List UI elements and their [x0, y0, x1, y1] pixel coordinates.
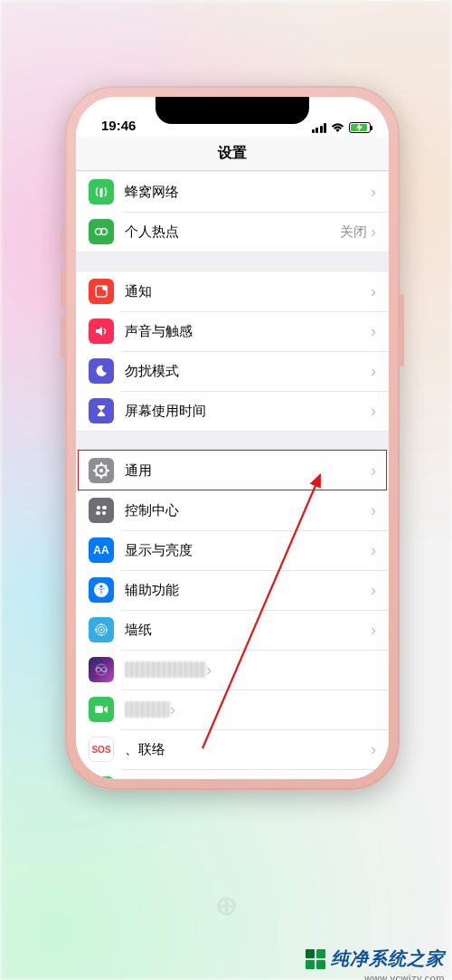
- settings-group-general: 通用 › 控制中心 › AA 显示与亮度 ›: [76, 450, 389, 779]
- gear-icon: [89, 458, 114, 483]
- battery-icon: [349, 122, 371, 133]
- row-label: 控制中心: [125, 502, 371, 519]
- svg-rect-16: [102, 506, 107, 509]
- svg-point-20: [99, 585, 102, 587]
- chevron-right-icon: ›: [371, 403, 376, 419]
- row-label: 声音与触感: [125, 323, 371, 340]
- chevron-right-icon: ›: [371, 622, 376, 638]
- settings-list[interactable]: 蜂窝网络 › 个人热点 关闭 › 通知: [76, 171, 389, 779]
- row-label-redacted: [125, 661, 206, 678]
- svg-point-6: [99, 469, 103, 472]
- row-control-center[interactable]: 控制中心 ›: [76, 490, 389, 530]
- chevron-right-icon: ›: [371, 323, 376, 339]
- row-siri[interactable]: ›: [76, 650, 389, 690]
- chevron-right-icon: ›: [371, 502, 376, 519]
- chevron-right-icon: ›: [371, 582, 376, 598]
- row-label: 蜂窝网络: [125, 184, 371, 201]
- chevron-right-icon: ›: [371, 283, 376, 300]
- watermark-url: www.ycwjzy.com: [364, 973, 445, 980]
- chevron-right-icon: ›: [170, 701, 175, 718]
- siri-icon: [89, 657, 114, 682]
- sounds-icon: [89, 319, 114, 344]
- svg-point-4: [102, 285, 108, 290]
- chevron-right-icon: ›: [371, 184, 376, 200]
- row-display[interactable]: AA 显示与亮度 ›: [76, 530, 389, 570]
- chevron-right-icon: ›: [371, 224, 376, 240]
- svg-point-23: [100, 629, 102, 631]
- row-label: 辅助功能: [125, 582, 371, 599]
- row-detail: 关闭: [340, 224, 367, 241]
- volume-up-button: [61, 267, 65, 308]
- volume-down-button: [61, 317, 65, 357]
- row-battery[interactable]: 电池 ›: [76, 769, 389, 779]
- svg-line-14: [105, 465, 107, 467]
- dnd-icon: [89, 358, 114, 384]
- mute-switch: [61, 231, 65, 253]
- row-label: 个人热点: [125, 224, 340, 241]
- row-dnd[interactable]: 勿扰模式 ›: [76, 351, 389, 391]
- facetime-icon: [89, 697, 114, 722]
- settings-group-alerts: 通知 › 声音与触感 › 勿扰模式 ›: [76, 271, 389, 432]
- row-label: 通知: [125, 283, 371, 300]
- watermark-brand: 纯净系统之家: [331, 947, 445, 971]
- row-label: 勿扰模式: [125, 363, 371, 380]
- screentime-icon: [89, 398, 114, 423]
- row-label: 显示与亮度: [125, 542, 371, 559]
- row-label-partial: 、联络: [125, 741, 371, 758]
- row-label: 屏幕使用时间: [125, 403, 371, 420]
- row-facetime[interactable]: ›: [76, 690, 389, 729]
- row-hotspot[interactable]: 个人热点 关闭 ›: [76, 212, 389, 252]
- svg-rect-0: [100, 188, 103, 197]
- svg-line-11: [96, 465, 98, 467]
- svg-point-15: [97, 506, 100, 509]
- svg-point-26: [100, 634, 102, 636]
- chevron-right-icon: ›: [206, 661, 212, 678]
- svg-line-13: [96, 474, 98, 476]
- row-general[interactable]: 通用 ›: [76, 451, 389, 490]
- chevron-right-icon: ›: [371, 542, 376, 558]
- wifi-icon: [331, 123, 344, 133]
- navbar-title: 设置: [76, 137, 389, 171]
- svg-line-12: [105, 474, 107, 476]
- cellular-icon: [89, 179, 114, 205]
- cellular-signal-icon: [312, 123, 327, 133]
- row-label: 通用: [125, 462, 371, 480]
- svg-rect-17: [96, 511, 100, 515]
- row-sos[interactable]: SOS 、联络 ›: [76, 729, 389, 769]
- row-cellular[interactable]: 蜂窝网络 ›: [76, 172, 389, 212]
- chevron-right-icon: ›: [371, 462, 376, 479]
- row-sounds[interactable]: 声音与触感 ›: [76, 311, 389, 351]
- power-button: [400, 294, 404, 366]
- row-label-redacted: [125, 701, 170, 718]
- svg-rect-29: [95, 706, 103, 713]
- row-notifications[interactable]: 通知 ›: [76, 271, 389, 311]
- status-indicators: [312, 122, 372, 133]
- status-time: 19:46: [101, 118, 136, 133]
- chevron-right-icon: ›: [371, 741, 376, 757]
- notifications-icon: [89, 279, 114, 304]
- settings-group-network: 蜂窝网络 › 个人热点 关闭 ›: [76, 171, 389, 252]
- phone-screen: 19:46 设置 蜂窝网络 ›: [76, 97, 389, 779]
- row-label: 墙纸: [125, 622, 371, 639]
- svg-point-24: [100, 623, 102, 625]
- row-wallpaper[interactable]: 墙纸 ›: [76, 610, 389, 650]
- svg-point-25: [106, 629, 108, 631]
- svg-point-18: [102, 511, 106, 515]
- display-icon: AA: [89, 538, 114, 563]
- sos-icon: SOS: [89, 737, 114, 762]
- control-center-icon: [89, 498, 114, 523]
- wallpaper-icon: [89, 617, 114, 642]
- notch: [155, 97, 309, 124]
- watermark-logo-icon: [306, 949, 325, 969]
- chevron-right-icon: ›: [371, 363, 376, 379]
- phone-frame: 19:46 设置 蜂窝网络 ›: [65, 86, 400, 790]
- row-accessibility[interactable]: 辅助功能 ›: [76, 570, 389, 610]
- accessibility-icon: [89, 577, 114, 603]
- battery-icon: [89, 776, 114, 779]
- watermark: 纯净系统之家 www.ycwjzy.com: [306, 947, 445, 971]
- hotspot-icon: [89, 219, 114, 244]
- row-screentime[interactable]: 屏幕使用时间 ›: [76, 391, 389, 431]
- svg-point-27: [95, 629, 97, 631]
